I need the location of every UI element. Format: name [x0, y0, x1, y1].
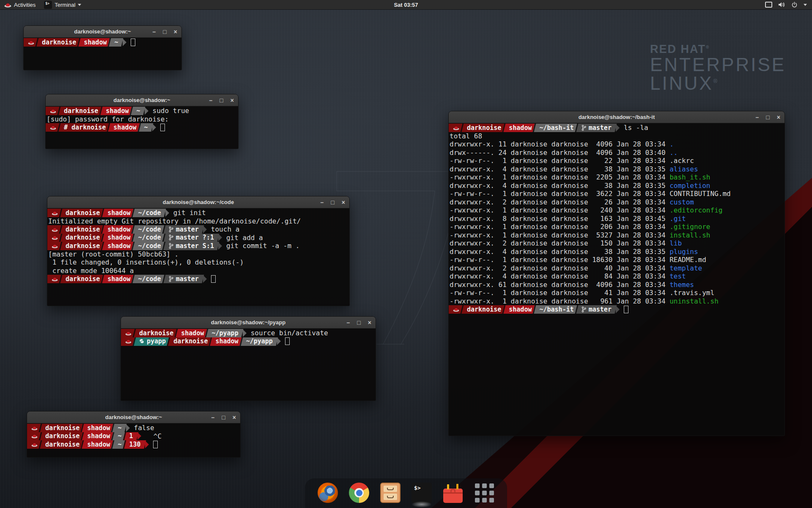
prompt-segment: shadow: [82, 432, 114, 441]
close-button[interactable]: ×: [777, 114, 780, 120]
file-manager-icon[interactable]: [380, 483, 401, 503]
minimize-button[interactable]: –: [153, 29, 156, 35]
prompt-segment: shadow: [176, 329, 208, 337]
terminal-content[interactable]: darknoiseshadow~/pyappsource bin/activat…: [121, 329, 376, 400]
prompt-segment: ~: [112, 424, 126, 432]
prompt-line: darknoiseshadow~/code master ?:1git add …: [48, 234, 349, 242]
prompt-segment: ~: [131, 107, 144, 115]
command-text: git add a: [226, 234, 263, 242]
titlebar[interactable]: darknoise@shadow:~/code – □ ×: [47, 196, 349, 208]
redhat-hat-icon: [50, 108, 56, 113]
output-line: drwxrwxr-x. 4 darknoise darknoise 84 Jan…: [450, 272, 785, 281]
prompt-line: darknoiseshadow~: [25, 38, 181, 47]
window-title: darknoise@shadow:~/code: [163, 199, 234, 205]
filename: CONTRIBUTING.md: [669, 190, 731, 198]
terminal-content[interactable]: darknoiseshadow~/bash-it masterls -latot…: [449, 123, 785, 436]
prompt-segment: shadow: [102, 209, 134, 217]
prompt-segment: shadow: [78, 38, 111, 47]
terminal-window-code: darknoise@shadow:~/code – □ × darknoises…: [47, 196, 350, 306]
clock[interactable]: Sat 03:57: [0, 2, 812, 8]
output-line: -rwxrwxr-x. 1 darknoise darknoise 5327 J…: [450, 231, 785, 240]
chrome-icon[interactable]: [349, 483, 369, 503]
terminal-content[interactable]: darknoiseshadow~sudo true[sudo] password…: [46, 106, 238, 149]
prompt-segment: darknoise: [40, 432, 84, 441]
titlebar[interactable]: darknoise@shadow:~ – □ ×: [24, 26, 181, 38]
close-button[interactable]: ×: [233, 414, 236, 420]
filename: .editorconfig: [669, 206, 722, 214]
filename: .travis.yml: [669, 289, 714, 297]
activities-button[interactable]: Activities: [0, 0, 40, 9]
titlebar[interactable]: darknoise@shadow:~ – □ ×: [46, 94, 238, 106]
terminal-content[interactable]: darknoiseshadow~/codegit initInitialized…: [47, 208, 349, 306]
focused-app-menu[interactable]: $> Terminal: [40, 0, 85, 9]
maximize-button[interactable]: □: [357, 320, 360, 326]
system-status-area[interactable]: [765, 0, 812, 9]
branch-segment: master ?:1: [163, 234, 218, 242]
output-line: total 68: [450, 132, 785, 141]
watermark-linux: LINUX: [650, 73, 713, 94]
titlebar[interactable]: darknoise@shadow:~/pyapp – □ ×: [121, 317, 376, 329]
prompt-line: darknoiseshadow~130: [28, 440, 240, 449]
minimize-button[interactable]: –: [209, 97, 213, 103]
firefox-icon[interactable]: [318, 483, 338, 503]
redhat-hat-icon: [31, 442, 38, 447]
chevron-down-icon: [78, 4, 81, 6]
maximize-button[interactable]: □: [766, 114, 769, 120]
titlebar[interactable]: darknoise@shadow:~/bash-it – □ ×: [449, 111, 785, 123]
git-branch-icon: [169, 226, 173, 232]
prompt-segment: ~/code: [132, 225, 165, 234]
terminal-cursor: [285, 337, 290, 345]
maximize-button[interactable]: □: [163, 29, 166, 35]
terminal-window-home-small: darknoise@shadow:~ – □ × darknoiseshadow…: [23, 25, 182, 70]
watermark-enterprise: ENTERPRISE: [650, 55, 786, 75]
prompt-segment: darknoise: [461, 305, 505, 314]
terminal-content[interactable]: darknoiseshadow~false darknoiseshadow~1 …: [27, 423, 240, 457]
branch-segment: master: [163, 225, 203, 234]
terminal-cursor: [624, 306, 628, 313]
prompt-line: darknoiseshadow~false: [28, 424, 240, 432]
minimize-button[interactable]: –: [211, 414, 215, 420]
prompt-segment: shadow: [100, 107, 133, 115]
output-line: -rwxrwxr-x. 1 darknoise darknoise 961 Ja…: [450, 297, 785, 306]
filename: template: [669, 264, 702, 272]
focused-app-label: Terminal: [55, 2, 75, 8]
prompt-segment: darknoise: [40, 440, 84, 449]
close-button[interactable]: ×: [230, 97, 234, 103]
toolbox-icon[interactable]: [443, 483, 463, 503]
titlebar[interactable]: darknoise@shadow:~ – □ ×: [27, 411, 240, 423]
maximize-button[interactable]: □: [222, 414, 225, 420]
app-grid-icon[interactable]: [474, 483, 494, 503]
filename: aliases: [669, 165, 698, 173]
minimize-button[interactable]: –: [756, 114, 759, 120]
redhat-hat-icon: [31, 425, 38, 431]
close-button[interactable]: ×: [368, 320, 371, 326]
prompt-line: darknoiseshadow~1 ^C: [28, 432, 240, 441]
volume-icon: [778, 2, 785, 8]
terminal-dock-icon[interactable]: $>: [411, 483, 432, 503]
output-line: drwxrwxr-x. 2 darknoise darknoise 40 Jan…: [450, 264, 785, 273]
output-line: drwxrwxr-x. 2 darknoise darknoise 26 Jan…: [450, 198, 785, 207]
terminal-cursor: [131, 39, 135, 46]
redhat-hat-icon: [28, 40, 34, 45]
maximize-button[interactable]: □: [331, 199, 334, 205]
output-line: -rwxrwxr-x. 1 darknoise darknoise 240 Ja…: [450, 206, 785, 215]
prompt-segment: darknoise: [58, 107, 102, 115]
maximize-button[interactable]: □: [219, 97, 223, 103]
minimize-button[interactable]: –: [347, 320, 350, 326]
prompt-segment: ~/bash-it: [534, 305, 578, 314]
prompt-line: darknoiseshadow~/code master S:1git comm…: [48, 242, 349, 250]
prompt-segment: shadow: [102, 242, 134, 250]
terminal-app-icon: $>: [44, 1, 52, 9]
close-button[interactable]: ×: [342, 199, 345, 205]
terminal-content[interactable]: darknoiseshadow~: [24, 38, 181, 70]
prompt-line: darknoiseshadow~/bash-it master: [450, 305, 785, 314]
command-text: sudo true: [153, 107, 189, 115]
prompt-segment: darknoise: [134, 329, 178, 337]
redhat-hat-icon: [125, 331, 132, 336]
prompt-arrow: [123, 39, 126, 46]
filename: .gitignore: [669, 223, 710, 231]
minimize-button[interactable]: –: [321, 199, 324, 205]
prompt-segment: shadow: [503, 124, 536, 132]
terminal-cursor: [211, 275, 216, 283]
close-button[interactable]: ×: [174, 29, 177, 35]
